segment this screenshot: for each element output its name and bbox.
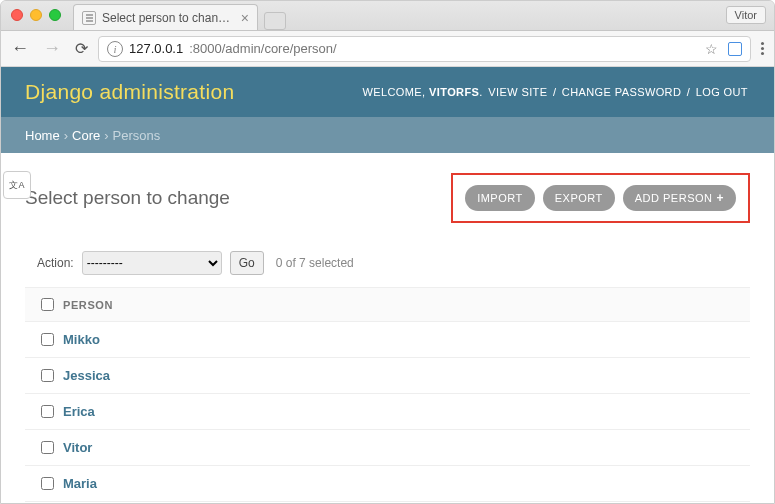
add-person-button[interactable]: ADD PERSON+ <box>623 185 736 211</box>
select-all-checkbox[interactable] <box>41 298 54 311</box>
import-button[interactable]: IMPORT <box>465 185 535 211</box>
browser-toolbar: ← → ⟳ i 127.0.0.1:8000/admin/core/person… <box>1 31 774 67</box>
minimize-window-button[interactable] <box>30 9 42 21</box>
site-title[interactable]: Django administration <box>25 80 234 104</box>
row-checkbox[interactable] <box>41 369 54 382</box>
action-select[interactable]: --------- <box>82 251 222 275</box>
go-button[interactable]: Go <box>230 251 264 275</box>
breadcrumb: Home › Core › Persons <box>1 117 774 153</box>
object-tools-highlight: IMPORT EXPORT ADD PERSON+ <box>451 173 750 223</box>
person-link[interactable]: Jessica <box>63 368 110 383</box>
content-area: 文A Select person to change IMPORT EXPORT… <box>1 153 774 502</box>
table-row: Vitor <box>25 430 750 466</box>
view-site-link[interactable]: VIEW SITE <box>488 86 547 98</box>
browser-tab[interactable]: Select person to change | Djan × <box>73 4 258 30</box>
browser-window: Select person to change | Djan × Vitor ←… <box>0 0 775 504</box>
reload-button[interactable]: ⟳ <box>75 39 88 58</box>
table-header-row: PERSON <box>25 288 750 322</box>
username: VITORFS <box>429 86 479 98</box>
person-link[interactable]: Erica <box>63 404 95 419</box>
tab-title: Select person to change | Djan <box>102 11 235 25</box>
breadcrumb-model: Persons <box>113 128 161 143</box>
browser-tab-bar: Select person to change | Djan × Vitor <box>1 1 774 31</box>
row-checkbox[interactable] <box>41 333 54 346</box>
user-tools: WELCOME, VITORFS. VIEW SITE / CHANGE PAS… <box>362 86 750 98</box>
person-link[interactable]: Maria <box>63 476 97 491</box>
new-tab-button[interactable] <box>264 12 286 30</box>
row-checkbox[interactable] <box>41 405 54 418</box>
browser-menu-button[interactable] <box>761 42 764 55</box>
bookmark-icon[interactable]: ☆ <box>705 41 718 57</box>
address-bar[interactable]: i 127.0.0.1:8000/admin/core/person/ ☆ <box>98 36 751 62</box>
profile-badge[interactable]: Vitor <box>726 6 766 24</box>
result-list: PERSON Mikko Jessica Erica Vitor <box>25 287 750 502</box>
url-host: 127.0.0.1 <box>129 41 183 56</box>
actions-bar: Action: --------- Go 0 of 7 selected <box>25 251 750 275</box>
maximize-window-button[interactable] <box>49 9 61 21</box>
table-row: Erica <box>25 394 750 430</box>
breadcrumb-separator: › <box>104 128 108 143</box>
person-link[interactable]: Mikko <box>63 332 100 347</box>
change-password-link[interactable]: CHANGE PASSWORD <box>562 86 681 98</box>
address-bar-actions: ☆ <box>705 41 742 57</box>
row-checkbox[interactable] <box>41 477 54 490</box>
forward-button[interactable]: → <box>43 38 61 59</box>
breadcrumb-separator: › <box>64 128 68 143</box>
nav-buttons: ← → ⟳ <box>11 38 88 59</box>
row-checkbox[interactable] <box>41 441 54 454</box>
breadcrumb-app[interactable]: Core <box>72 128 100 143</box>
page-title: Select person to change <box>25 187 230 209</box>
welcome-prefix: WELCOME, <box>362 86 429 98</box>
table-row: Jessica <box>25 358 750 394</box>
site-info-icon[interactable]: i <box>107 41 123 57</box>
page-content: Django administration WELCOME, VITORFS. … <box>1 67 774 503</box>
plus-icon: + <box>716 191 724 205</box>
translate-icon[interactable]: 文A <box>3 171 31 199</box>
url-path: :8000/admin/core/person/ <box>189 41 336 56</box>
action-label: Action: <box>37 256 74 270</box>
person-link[interactable]: Vitor <box>63 440 92 455</box>
page-icon <box>82 11 96 25</box>
breadcrumb-home[interactable]: Home <box>25 128 60 143</box>
close-tab-icon[interactable]: × <box>241 11 249 25</box>
content-header: Select person to change IMPORT EXPORT AD… <box>25 173 750 223</box>
site-header: Django administration WELCOME, VITORFS. … <box>1 67 774 117</box>
selection-counter: 0 of 7 selected <box>276 256 354 270</box>
window-controls <box>11 9 61 21</box>
back-button[interactable]: ← <box>11 38 29 59</box>
table-row: Maria <box>25 466 750 502</box>
table-row: Mikko <box>25 322 750 358</box>
column-header-person[interactable]: PERSON <box>63 299 113 311</box>
export-button[interactable]: EXPORT <box>543 185 615 211</box>
close-window-button[interactable] <box>11 9 23 21</box>
extension-icon[interactable] <box>728 42 742 56</box>
logout-link[interactable]: LOG OUT <box>696 86 748 98</box>
